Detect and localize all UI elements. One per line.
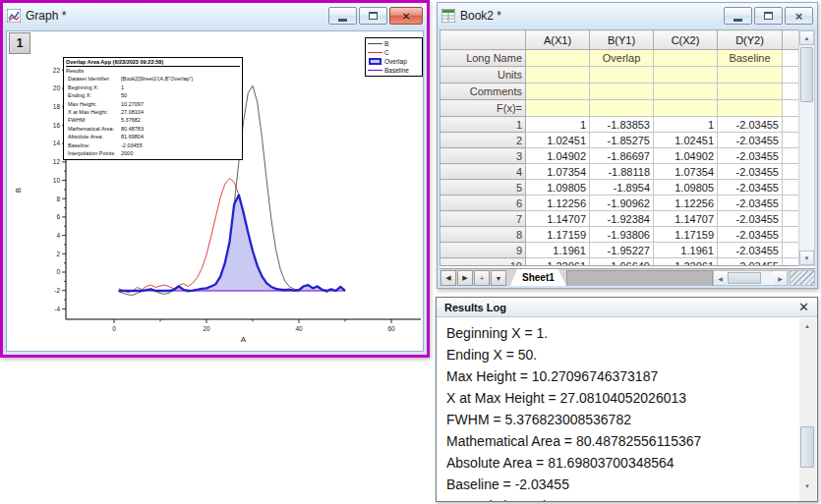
table-cell[interactable]: -2.03455 (718, 227, 783, 243)
table-cell[interactable]: 1.14707 (654, 211, 718, 227)
scroll-up-icon[interactable]: ▲ (799, 318, 815, 333)
table-cell[interactable]: 1 (526, 117, 590, 133)
results-annotation-box[interactable]: Overlap Area App (6/23/2023 09:22:58) Re… (63, 57, 243, 160)
plot-legend[interactable]: BCOverlapBaseline (365, 37, 423, 77)
table-cell[interactable]: 1.02451 (526, 133, 590, 148)
label-cell[interactable]: Baseline (718, 50, 783, 67)
worksheet-vertical-scrollbar[interactable]: ▲ ▼ (798, 29, 815, 266)
label-cell[interactable] (526, 100, 590, 117)
label-cell[interactable]: Overlap (590, 50, 654, 67)
book2-close-button[interactable]: × (785, 7, 813, 25)
filler-cell[interactable] (783, 196, 799, 211)
label-cell[interactable] (654, 50, 718, 67)
table-cell[interactable]: 1.14707 (526, 211, 590, 227)
row-number[interactable]: 3 (440, 148, 526, 164)
filler-cell[interactable] (783, 227, 799, 243)
table-cell[interactable]: -1.83853 (590, 117, 654, 133)
corner-cell[interactable] (440, 30, 526, 50)
table-cell[interactable]: 1.17159 (654, 227, 718, 243)
row-number[interactable]: 8 (440, 227, 526, 243)
table-cell[interactable]: 1.09805 (654, 180, 718, 196)
graph-restore-button[interactable] (359, 7, 387, 25)
worksheet-horizontal-scrollbar[interactable]: ◀ ▶ (713, 270, 788, 286)
resize-gripper[interactable] (790, 270, 815, 286)
graph-close-button[interactable]: × (389, 7, 423, 25)
table-cell[interactable]: -2.03455 (718, 243, 783, 258)
filler-cell[interactable] (783, 243, 799, 258)
sheet-list-icon[interactable]: ▼ (491, 270, 506, 286)
row-number[interactable]: 1 (440, 117, 526, 133)
table-cell[interactable]: -2.03455 (718, 180, 783, 196)
filler-cell[interactable] (783, 180, 799, 196)
label-cell[interactable] (590, 100, 654, 117)
label-cell[interactable] (526, 67, 590, 84)
label-cell[interactable] (718, 84, 783, 100)
table-cell[interactable]: -2.03455 (718, 211, 783, 227)
filler-cell[interactable] (783, 148, 799, 164)
table-cell[interactable]: -1.95227 (590, 243, 654, 258)
label-cell[interactable] (654, 100, 718, 117)
row-label[interactable]: Units (440, 67, 526, 84)
book2-titlebar[interactable]: Book2 * × (438, 3, 817, 28)
row-number[interactable]: 5 (440, 180, 526, 196)
graph-minimize-button[interactable] (328, 7, 357, 25)
add-sheet-icon[interactable]: + (474, 270, 490, 286)
label-cell[interactable] (526, 84, 590, 100)
sheet-prev-icon[interactable]: ◀ (440, 270, 456, 286)
filler-cell[interactable] (783, 164, 799, 180)
table-cell[interactable]: -1.90962 (590, 196, 654, 211)
book2-minimize-button[interactable] (724, 7, 752, 25)
label-cell[interactable] (590, 67, 654, 84)
filler-cell[interactable] (783, 84, 799, 100)
table-cell[interactable]: 1.02451 (654, 133, 718, 148)
table-cell[interactable]: 1.12256 (654, 196, 718, 211)
scroll-left-icon[interactable]: ◀ (714, 271, 727, 285)
table-cell[interactable]: -2.03455 (718, 133, 783, 148)
filler-cell[interactable] (783, 258, 799, 267)
table-cell[interactable]: 1.22061 (526, 258, 590, 267)
table-cell[interactable]: -2.03455 (718, 258, 783, 267)
results-log-close-icon[interactable]: ✕ (798, 301, 809, 313)
table-cell[interactable]: -2.03455 (718, 196, 783, 211)
column-header-filler[interactable] (783, 30, 799, 50)
filler-cell[interactable] (783, 100, 799, 117)
scrollbar-thumb[interactable] (728, 272, 761, 284)
table-cell[interactable]: -1.93806 (590, 227, 654, 243)
table-cell[interactable]: 1.07354 (654, 164, 718, 180)
table-cell[interactable]: 1.04902 (654, 148, 718, 164)
layer-1-button[interactable]: 1 (9, 32, 30, 54)
scroll-down-icon[interactable]: ▼ (799, 478, 815, 493)
column-header[interactable]: C(X2) (654, 30, 718, 50)
row-number[interactable]: 9 (440, 243, 526, 258)
filler-cell[interactable] (783, 50, 799, 67)
filler-cell[interactable] (783, 133, 799, 148)
filler-cell[interactable] (783, 67, 799, 84)
scroll-up-icon[interactable]: ▲ (799, 30, 814, 45)
column-header[interactable]: B(Y1) (590, 30, 654, 50)
row-label[interactable]: Long Name (440, 50, 526, 67)
scrollbar-thumb[interactable] (800, 426, 814, 468)
table-cell[interactable]: 1 (654, 117, 718, 133)
table-cell[interactable]: 1.1961 (526, 243, 590, 258)
table-cell[interactable]: 1.1961 (654, 243, 718, 258)
row-number[interactable]: 4 (440, 164, 526, 180)
book2-restore-button[interactable] (754, 7, 783, 25)
table-cell[interactable]: -1.86697 (590, 148, 654, 164)
filler-cell[interactable] (783, 211, 799, 227)
table-cell[interactable]: -1.92384 (590, 211, 654, 227)
column-header[interactable]: D(Y2) (718, 30, 783, 50)
results-log-titlebar[interactable]: Results Log ✕ (437, 298, 817, 317)
column-header[interactable]: A(X1) (526, 30, 590, 50)
table-cell[interactable]: -1.96649 (590, 258, 654, 267)
label-cell[interactable] (590, 84, 654, 100)
table-cell[interactable]: 1.17159 (526, 227, 590, 243)
table-cell[interactable]: 1.07354 (526, 164, 590, 180)
row-label[interactable]: Comments (440, 84, 526, 100)
table-cell[interactable]: 1.09805 (526, 180, 590, 196)
label-cell[interactable] (718, 100, 783, 117)
label-cell[interactable] (718, 67, 783, 84)
table-cell[interactable]: -1.85275 (590, 133, 654, 148)
results-log-scrollbar[interactable]: ▲ ▼ (799, 318, 816, 501)
filler-cell[interactable] (783, 117, 799, 133)
table-cell[interactable]: 1.12256 (526, 196, 590, 211)
